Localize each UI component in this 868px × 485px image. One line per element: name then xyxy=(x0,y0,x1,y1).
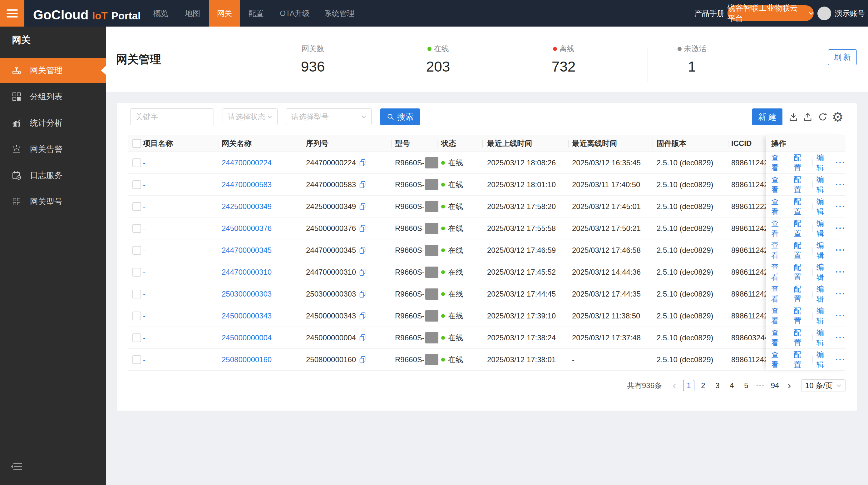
row-checkbox[interactable] xyxy=(132,174,141,195)
more-actions-icon[interactable]: ··· xyxy=(836,289,845,299)
copy-icon[interactable] xyxy=(359,290,366,298)
config-link[interactable]: 配置 xyxy=(794,240,808,260)
gateway-name-link[interactable]: 242500000349 xyxy=(222,202,272,211)
nav-config[interactable]: 配置 xyxy=(249,0,264,27)
edit-link[interactable]: 编辑 xyxy=(816,350,831,370)
copy-icon[interactable] xyxy=(359,247,366,254)
collapse-sidebar-icon[interactable] xyxy=(9,462,23,471)
row-checkbox[interactable] xyxy=(132,349,141,370)
row-checkbox[interactable] xyxy=(132,152,141,173)
page-size-select[interactable]: 10 条/页 xyxy=(801,379,845,392)
row-checkbox[interactable] xyxy=(132,283,141,305)
gateway-name-link[interactable]: 244700000345 xyxy=(222,246,272,255)
more-actions-icon[interactable]: ··· xyxy=(836,245,845,255)
pagination-page[interactable]: 2 xyxy=(698,380,709,391)
select-all-checkbox[interactable] xyxy=(132,135,141,151)
nav-overview[interactable]: 概览 xyxy=(153,0,168,27)
config-link[interactable]: 配置 xyxy=(794,175,808,195)
keyword-input[interactable]: 关键字 xyxy=(130,109,214,125)
nav-ota-upgrade[interactable]: OTA升级 xyxy=(276,0,313,27)
model-select[interactable]: 请选择型号 xyxy=(286,109,372,125)
nav-gateway[interactable]: 网关 xyxy=(209,0,240,27)
gateway-name-link[interactable]: 245000000004 xyxy=(222,334,272,342)
settings-gear-icon[interactable]: ⚙ xyxy=(832,111,844,123)
view-link[interactable]: 查看 xyxy=(771,240,786,260)
copy-icon[interactable] xyxy=(359,312,366,320)
more-actions-icon[interactable]: ··· xyxy=(836,355,845,364)
more-actions-icon[interactable]: ··· xyxy=(836,202,845,211)
config-link[interactable]: 配置 xyxy=(794,262,808,282)
sidebar-item-gateway-alarm[interactable]: 网关告警 xyxy=(0,137,106,162)
sidebar-item-log-service[interactable]: 日志服务 xyxy=(0,163,106,188)
gateway-name-link[interactable]: 245000000343 xyxy=(222,312,272,320)
gateway-name-link[interactable]: 245000000376 xyxy=(222,224,272,233)
edit-link[interactable]: 编辑 xyxy=(816,306,831,326)
pagination-next[interactable]: › xyxy=(784,380,795,391)
gateway-name-link[interactable]: 250800000160 xyxy=(222,355,272,364)
sidebar-item-stats-analysis[interactable]: 统计分析 xyxy=(0,110,106,135)
copy-icon[interactable] xyxy=(359,225,366,232)
row-checkbox[interactable] xyxy=(132,239,141,261)
status-select[interactable]: 请选择状态 xyxy=(223,109,278,125)
view-link[interactable]: 查看 xyxy=(771,328,786,348)
config-link[interactable]: 配置 xyxy=(794,350,808,370)
nav-system-admin[interactable]: 系统管理 xyxy=(324,0,354,27)
sidebar-item-gateway-model[interactable]: 网关型号 xyxy=(0,189,106,214)
pagination-page[interactable]: 94 xyxy=(769,380,781,391)
download-icon[interactable] xyxy=(787,111,800,123)
edit-link[interactable]: 编辑 xyxy=(816,219,831,238)
upload-icon[interactable] xyxy=(802,111,814,123)
pagination-page[interactable]: 5 xyxy=(741,380,752,391)
row-checkbox[interactable] xyxy=(132,218,141,239)
edit-link[interactable]: 编辑 xyxy=(816,284,831,304)
config-link[interactable]: 配置 xyxy=(794,153,808,173)
pagination-page[interactable]: 1 xyxy=(683,380,694,391)
config-link[interactable]: 配置 xyxy=(794,306,808,326)
view-link[interactable]: 查看 xyxy=(771,153,786,173)
view-link[interactable]: 查看 xyxy=(771,175,786,195)
edit-link[interactable]: 编辑 xyxy=(816,175,831,195)
gateway-name-link[interactable]: 250300000303 xyxy=(222,290,272,298)
view-link[interactable]: 查看 xyxy=(771,284,786,304)
row-checkbox[interactable] xyxy=(132,261,141,283)
sidebar-item-group-list[interactable]: 分组列表 xyxy=(0,84,106,109)
product-manual-link[interactable]: 产品手册 xyxy=(694,0,725,27)
edit-link[interactable]: 编辑 xyxy=(816,262,831,282)
avatar[interactable] xyxy=(817,6,831,20)
menu-hamburger-icon[interactable] xyxy=(0,0,24,27)
more-actions-icon[interactable]: ··· xyxy=(836,158,845,168)
gateway-name-link[interactable]: 244700000224 xyxy=(222,159,272,167)
refresh-button[interactable]: 刷 新 xyxy=(828,49,857,65)
view-link[interactable]: 查看 xyxy=(771,306,786,326)
row-checkbox[interactable] xyxy=(132,327,141,348)
row-checkbox[interactable] xyxy=(132,305,141,326)
copy-icon[interactable] xyxy=(359,181,366,189)
copy-icon[interactable] xyxy=(359,356,366,364)
edit-link[interactable]: 编辑 xyxy=(816,153,831,173)
platform-selector[interactable]: 锐谷智联工业物联云平台 xyxy=(727,5,814,21)
account-name[interactable]: 演示账号 xyxy=(835,0,865,27)
copy-icon[interactable] xyxy=(359,268,366,276)
copy-icon[interactable] xyxy=(359,159,366,167)
more-actions-icon[interactable]: ··· xyxy=(836,180,845,189)
more-actions-icon[interactable]: ··· xyxy=(836,267,845,277)
edit-link[interactable]: 编辑 xyxy=(816,328,831,348)
config-link[interactable]: 配置 xyxy=(794,197,808,217)
refresh-icon[interactable] xyxy=(816,111,829,123)
more-actions-icon[interactable]: ··· xyxy=(836,333,845,342)
row-checkbox[interactable] xyxy=(132,196,141,217)
view-link[interactable]: 查看 xyxy=(771,262,786,282)
create-button[interactable]: 新 建 xyxy=(752,109,782,125)
pagination-page[interactable]: 4 xyxy=(726,380,738,391)
search-button[interactable]: 搜索 xyxy=(380,109,420,125)
edit-link[interactable]: 编辑 xyxy=(816,197,831,217)
config-link[interactable]: 配置 xyxy=(794,328,808,348)
gateway-name-link[interactable]: 244700000583 xyxy=(222,180,272,189)
edit-link[interactable]: 编辑 xyxy=(816,240,831,260)
config-link[interactable]: 配置 xyxy=(794,284,808,304)
sidebar-item-gateway-management[interactable]: 网关管理 xyxy=(0,58,106,83)
more-actions-icon[interactable]: ··· xyxy=(836,223,845,233)
pagination-prev[interactable]: ‹ xyxy=(669,380,680,391)
copy-icon[interactable] xyxy=(359,334,366,342)
pagination-page[interactable]: 3 xyxy=(712,380,723,391)
